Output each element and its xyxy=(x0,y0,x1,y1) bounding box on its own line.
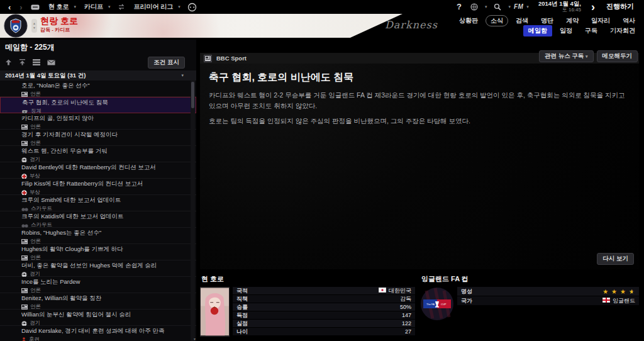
mail-item-title: David Bentley에 대한 Rattenberry의 컨디션 보고서 xyxy=(21,164,186,172)
mail-scrollbar-thumb[interactable] xyxy=(191,82,194,108)
mail-item-title: 크루의 Smith에 대한 보고서 업데이트 xyxy=(21,196,186,204)
header-menu-row-2: 메일함일정구독기자회견 xyxy=(454,26,640,36)
mail-list-item[interactable]: Hughes의 활약! Clough를 기쁘게 하다언론 xyxy=(0,244,196,260)
world-cycle-icon[interactable] xyxy=(184,3,201,12)
chevron-down-icon[interactable]: ▾ xyxy=(181,73,184,78)
article-source-name: BBC Sport xyxy=(216,55,247,62)
chevron-down-icon[interactable]: ▾ xyxy=(523,4,532,9)
mail-item-title: 웨스트 햄, 간신히 무승부를 거둬 xyxy=(21,147,186,155)
tab-manager[interactable]: 현 호로 xyxy=(43,3,71,11)
inbox-tray-icon[interactable] xyxy=(27,4,43,10)
profile-row-value: 감독 xyxy=(400,295,411,303)
make-note-button[interactable]: 메모해두기 xyxy=(597,50,638,62)
menu-소식[interactable]: 소식 xyxy=(486,15,508,26)
star-icon: ★ xyxy=(611,288,618,295)
mail-list-item[interactable]: 웨스트 햄, 간신히 무승부를 거둬경기 xyxy=(0,146,196,162)
fm-logo[interactable]: FM xyxy=(514,3,523,10)
filter-toggle-button[interactable]: 조건 표시 xyxy=(148,57,185,69)
mail-list-item[interactable]: Benitez, Willian의 활약을 칭찬언론 xyxy=(0,293,196,310)
en-flag-icon xyxy=(602,298,610,304)
mail-scrollbar[interactable] xyxy=(191,81,195,341)
continue-chevron-icon[interactable]: › xyxy=(586,1,600,13)
press-icon xyxy=(21,288,28,293)
half-star-icon: ★ xyxy=(629,288,635,295)
mail-item-meta: 훈련 xyxy=(21,336,186,341)
arrow-up-icon[interactable] xyxy=(5,59,12,65)
menu-상황판[interactable]: 상황판 xyxy=(454,15,483,26)
mailbox-title: 메일함 - 225개 xyxy=(0,40,196,56)
continue-button[interactable]: 진행하기 xyxy=(600,1,640,13)
chevron-down-icon[interactable]: ▾ xyxy=(175,4,184,9)
mail-date-label: 2014년 1월 4일 토요일 (31 건) xyxy=(5,72,86,80)
profile-rows: 국적대한민국직책감독승률50%득점147실점122나이27 xyxy=(233,287,415,337)
back-arrow-icon[interactable]: ‹ xyxy=(4,3,15,12)
training-icon xyxy=(21,337,26,341)
tab-club[interactable]: 카디프 xyxy=(79,3,105,11)
help-icon[interactable]: ? xyxy=(452,2,467,11)
article-title: 축구 협회, 호로의 비난에도 침묵 xyxy=(209,71,630,84)
competition-rows: 명성★★★★국가잉글랜드 xyxy=(457,287,639,321)
globe-icon[interactable] xyxy=(467,3,482,11)
scout-icon xyxy=(21,207,28,211)
mail-list-item[interactable]: 축구 협회, 호로의 비난에도 침묵징계 xyxy=(0,97,196,113)
swap-icon[interactable] xyxy=(114,4,129,10)
profile-row-value: 대한민국 xyxy=(379,287,411,295)
skin-brand-logo: Darkness xyxy=(385,19,438,31)
related-news-subscribe-button[interactable]: 관련 뉴스 구독 ▾ xyxy=(539,50,593,62)
profile-row: 실점122 xyxy=(233,320,415,327)
manager-role: 감독 - 카디프 xyxy=(40,26,70,33)
mail-item-title: Willian의 눈부신 활약에 힘입어 첼시 승리 xyxy=(21,311,186,319)
club-badge-icon[interactable] xyxy=(4,14,28,38)
chevron-down-icon[interactable]: ▾ xyxy=(70,4,79,9)
forward-arrow-icon[interactable]: › xyxy=(15,3,26,12)
mail-list-item[interactable]: 더비, 좋은 활약을 선보인 Hughes 덕에 손쉽게 승리경기 xyxy=(0,260,196,277)
submenu-메일함[interactable]: 메일함 xyxy=(523,25,552,36)
competition-row-value: ★★★★ xyxy=(602,288,635,295)
mail-item-title: Hughes의 활약! Clough를 기쁘게 하다 xyxy=(21,245,186,254)
mail-date-header[interactable]: 2014년 1월 4일 토요일 (31 건) ▾ xyxy=(0,70,196,81)
list-view-icon[interactable] xyxy=(33,59,40,65)
profile-row-label: 직책 xyxy=(236,295,248,303)
search-icon[interactable] xyxy=(490,3,505,11)
mail-list-item[interactable]: Filip Kiss에 대한 Rattenberry의 컨디션 보고서부상 xyxy=(0,179,196,195)
mail-item-title: 경기 후 기자회견이 시작될 예정이다 xyxy=(21,131,186,139)
submenu-일정[interactable]: 일정 xyxy=(555,25,577,36)
arrow-to-top-icon[interactable] xyxy=(19,59,26,65)
submenu-기자회견[interactable]: 기자회견 xyxy=(605,25,640,36)
mail-list-item[interactable]: 크루의 Katidis에 대한 보고서 업데이트스카우트 xyxy=(0,211,196,228)
game-date: 2014년 1월 4일, 토 16:45 xyxy=(538,1,581,13)
submenu-구독[interactable]: 구독 xyxy=(580,25,602,36)
mail-list-item[interactable]: 경기 후 기자회견이 시작될 예정이다언론 xyxy=(0,130,196,146)
header-menus: 상황판소식검색명단계약일자리역사 메일함일정구독기자회견 xyxy=(454,16,640,36)
top-nav-bar: ‹ › 현 호로 ▾ 카디프 ▾ 프리미어 리그 ▾ ? ▾ ▾ FM ▾ 20… xyxy=(0,0,644,14)
tab-league[interactable]: 프리미어 리그 xyxy=(129,3,175,11)
mailbox-toolbar: 조건 표시 xyxy=(0,56,196,69)
profile-row-label: 나이 xyxy=(236,328,248,336)
press-icon xyxy=(21,125,28,130)
press-icon xyxy=(21,92,28,97)
press-icon xyxy=(21,255,28,260)
star-icon: ★ xyxy=(602,288,609,295)
chevron-down-icon[interactable]: ▾ xyxy=(505,4,514,9)
svg-text:The FA: The FA xyxy=(426,303,435,306)
envelope-icon[interactable] xyxy=(47,60,55,65)
header-menu-row-1: 상황판소식검색명단계약일자리역사 xyxy=(454,16,640,26)
profile-row: 국적대한민국 xyxy=(233,287,415,294)
scroll-down-icon[interactable]: ▾ xyxy=(194,337,196,341)
profile-row-label: 실점 xyxy=(236,320,248,328)
chevron-down-icon[interactable]: ▾ xyxy=(105,4,114,9)
chevron-down-icon[interactable]: ▾ xyxy=(482,4,491,9)
competition-panel: 잉글랜드 FA 컵 The FA CUP 명성★★★★국가잉글랜드 xyxy=(420,273,639,321)
fa-cup-logo: The FA CUP xyxy=(420,287,454,321)
mail-list-item[interactable]: 호로, "Nolan은 좋은 선수"언론 xyxy=(0,81,196,97)
mail-list-item[interactable]: Willian의 눈부신 활약에 힘입어 첼시 승리경기 xyxy=(0,310,196,326)
replay-button[interactable]: 다시 보기 xyxy=(597,253,634,265)
mail-list-item[interactable]: David Bentley에 대한 Rattenberry의 컨디션 보고서부상 xyxy=(0,162,196,179)
news-article-panel: 관련 뉴스 구독 ▾ 메모해두기 BBC Sport 축구 협회, 호로의 비난… xyxy=(200,53,639,269)
mail-list-item[interactable]: 크루의 Smith에 대한 보고서 업데이트스카우트 xyxy=(0,195,196,211)
mail-list-item[interactable]: 카디프의 골, 인정되지 않아언론 xyxy=(0,113,196,130)
mail-list-item[interactable]: Ince를 노리는 Pardew언론 xyxy=(0,277,196,293)
mail-list-item[interactable]: Robins, "Hughes는 좋은 선수"언론 xyxy=(0,228,196,244)
header-grip-handle[interactable]: ▲▼ xyxy=(31,19,37,33)
mail-list-item[interactable]: David Kerslake, 경기 대비 훈련 성과에 대해 아주 만족훈련 xyxy=(0,326,196,341)
